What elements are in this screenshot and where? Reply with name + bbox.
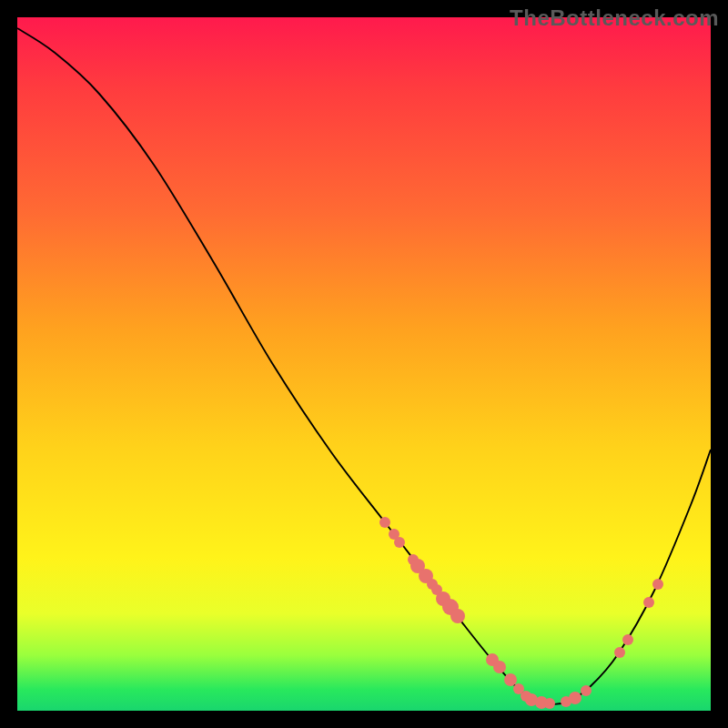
data-marker [379,517,390,528]
plot-area [17,17,711,711]
chart-frame: TheBottleneck.com [0,0,728,728]
curve-svg [17,17,711,711]
data-marker [493,661,506,673]
data-marker [622,634,633,645]
data-marker [450,609,465,623]
data-marker [652,579,663,590]
data-marker [614,647,625,658]
data-markers [379,517,663,709]
data-marker [544,698,555,709]
data-marker [504,673,517,686]
watermark-text: TheBottleneck.com [510,5,719,31]
data-marker [569,692,581,704]
bottleneck-curve [17,28,711,704]
data-marker [581,685,592,696]
data-marker [643,597,654,608]
data-marker [394,537,405,548]
